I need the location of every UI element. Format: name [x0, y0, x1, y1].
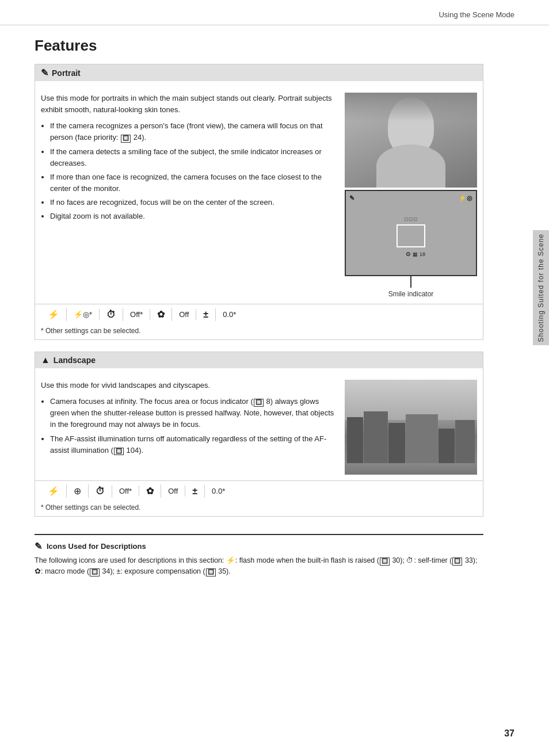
portrait-macro-value-cell: Off: [172, 309, 196, 320]
header-title: Using the Scene Mode: [439, 10, 514, 19]
landscape-exp-value-cell: 0.0*: [205, 486, 232, 497]
landscape-photo: [345, 380, 477, 475]
portrait-photo: [345, 93, 477, 188]
exp-icon: ±: [203, 310, 208, 320]
macro-icon: ✿: [157, 309, 165, 320]
flash-mode-icon: ⚡◎*: [74, 310, 92, 319]
portrait-icon: ✎: [41, 67, 48, 78]
landscape-bullet-1: Camera focuses at infinity. The focus ar…: [50, 396, 336, 430]
landscape-description: Use this mode for vivid landscapes and c…: [41, 380, 336, 391]
portrait-section-body: Use this mode for portraits in which the…: [35, 87, 483, 304]
portrait-description: Use this mode for portraits in which the…: [41, 93, 336, 116]
sidebar-tab: Shooting Suited for the Scene: [533, 230, 549, 345]
landscape-macro-icon: ✿: [146, 486, 154, 497]
timer-icon: ⏱: [106, 310, 116, 320]
footer-note-title: Icons Used for Descriptions: [47, 542, 146, 551]
footer-note-text: The following icons are used for descrip…: [35, 555, 483, 578]
landscape-section: ▲ Landscape Use this mode for vivid land…: [35, 352, 483, 517]
landscape-macro-value: Off: [168, 487, 178, 495]
portrait-timer-icon-cell: ⏱: [100, 308, 123, 321]
landscape-label: Landscape: [54, 356, 96, 365]
landscape-settings-row: ⚡ ⊕ ⏱ Off* ✿ Off ± 0.0*: [35, 480, 483, 501]
landscape-macro-value-cell: Off: [161, 486, 185, 497]
landscape-flash-icon: ⚡: [48, 486, 59, 497]
portrait-macro-value: Off: [179, 310, 189, 319]
landscape-settings-note: * Other settings can be selected.: [35, 501, 483, 516]
portrait-timer-value: Off*: [130, 310, 143, 319]
smile-indicator-label: Smile indicator: [388, 290, 434, 298]
portrait-exp-value-cell: 0.0*: [216, 309, 243, 320]
page-number: 37: [504, 728, 514, 739]
portrait-bullet-5: Digital zoom is not available.: [50, 211, 336, 222]
camera-screen: ✎ ⚡◎ ⊡⊡⊡ ⊙ ▦ 18: [345, 190, 477, 276]
page-content: Features ✎ Portrait Use this mode for po…: [0, 25, 518, 589]
portrait-bullet-3: If more than one face is recognized, the…: [50, 171, 336, 194]
landscape-text: Use this mode for vivid landscapes and c…: [41, 380, 336, 475]
page-title: Features: [35, 37, 483, 55]
camera-flash-icon: ⚡◎: [459, 194, 472, 202]
camera-screen-inner: ✎ ⚡◎ ⊡⊡⊡ ⊙ ▦ 18: [346, 191, 476, 275]
landscape-exp-icon-cell: ±: [185, 485, 205, 498]
camera-portrait-icon: ✎: [349, 194, 354, 202]
flash-icon: ⚡: [48, 309, 59, 320]
portrait-image-area: ✎ ⚡◎ ⊡⊡⊡ ⊙ ▦ 18: [345, 93, 477, 298]
portrait-label: Portrait: [52, 68, 81, 78]
landscape-icon: ▲: [41, 355, 50, 365]
portrait-flash-icon-cell: ⚡: [41, 308, 67, 321]
portrait-settings-row: ⚡ ⚡◎* ⏱ Off* ✿ Off ± 0.0*: [35, 304, 483, 324]
focus-box: [396, 224, 425, 247]
sidebar-tab-label: Shooting Suited for the Scene: [537, 234, 545, 342]
page-footer: ✎ Icons Used for Descriptions The follow…: [35, 534, 483, 578]
smile-indicator-line: [410, 276, 411, 288]
portrait-section-header: ✎ Portrait: [35, 64, 483, 81]
portrait-exp-value: 0.0*: [223, 310, 236, 319]
camera-shots-icon: ▦ 18: [413, 251, 425, 257]
landscape-timer-icon: ⏱: [96, 486, 105, 497]
landscape-flash-mode-cell: ⊕: [67, 484, 89, 498]
portrait-section: ✎ Portrait Use this mode for portraits i…: [35, 64, 483, 340]
landscape-section-header: ▲ Landscape: [35, 352, 483, 368]
page-header: Using the Scene Mode: [0, 0, 549, 25]
smile-meter-icon: ⊙: [406, 251, 410, 257]
landscape-macro-icon-cell: ✿: [139, 484, 161, 498]
portrait-bullet-4: If no faces are recognized, focus will b…: [50, 197, 336, 208]
portrait-macro-icon-cell: ✿: [150, 308, 172, 321]
landscape-bullets: Camera focuses at infinity. The focus ar…: [50, 396, 336, 456]
portrait-text: Use this mode for portraits in which the…: [41, 93, 336, 298]
footer-note-header: ✎ Icons Used for Descriptions: [35, 541, 483, 552]
portrait-flash-mode-cell: ⚡◎*: [67, 309, 100, 320]
landscape-image-area: [345, 380, 477, 475]
portrait-bullet-2: If the camera detects a smiling face of …: [50, 146, 336, 169]
portrait-exp-icon-cell: ±: [196, 308, 216, 321]
landscape-flash-icon-cell: ⚡: [41, 484, 67, 498]
camera-top-icons: ✎ ⚡◎: [349, 194, 472, 202]
landscape-timer-value: Off*: [119, 487, 132, 495]
landscape-flash-mode-icon: ⊕: [74, 486, 81, 497]
portrait-bullets: If the camera recognizes a person's face…: [50, 120, 336, 222]
landscape-exp-icon: ±: [192, 486, 197, 497]
landscape-timer-icon-cell: ⏱: [89, 485, 112, 498]
landscape-bullet-2: The AF-assist illumination turns off aut…: [50, 433, 336, 456]
portrait-timer-value-cell: Off*: [123, 309, 150, 320]
portrait-settings-note: * Other settings can be selected.: [35, 324, 483, 339]
landscape-exp-value: 0.0*: [212, 487, 225, 495]
smile-indicator-container: Smile indicator: [345, 276, 477, 298]
landscape-section-body: Use this mode for vivid landscapes and c…: [35, 374, 483, 480]
footer-note-icon: ✎: [35, 541, 42, 552]
landscape-timer-value-cell: Off*: [112, 486, 139, 497]
portrait-bullet-1: If the camera recognizes a person's face…: [50, 120, 336, 143]
